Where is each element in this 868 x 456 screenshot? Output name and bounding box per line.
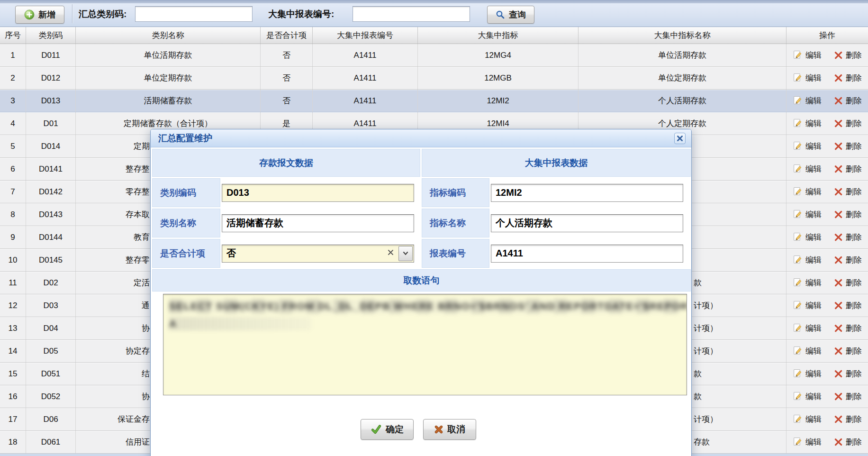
column-header-report-no[interactable]: 大集中报表编号: [313, 27, 418, 44]
edit-button[interactable]: 编辑: [793, 323, 822, 334]
column-header-indicator-name[interactable]: 大集中指标名称: [579, 27, 787, 44]
column-header-code[interactable]: 类别码: [26, 27, 76, 44]
cell-actions: 编辑 删除: [787, 385, 868, 408]
cell-is-total: 否: [261, 44, 313, 66]
edit-button[interactable]: 编辑: [793, 209, 822, 220]
column-header-no[interactable]: 序号: [0, 27, 26, 44]
delete-button[interactable]: 删除: [834, 50, 862, 61]
dialog-titlebar[interactable]: 汇总配置维护: [151, 129, 691, 147]
edit-button[interactable]: 编辑: [793, 50, 822, 61]
delete-button[interactable]: 删除: [834, 232, 862, 243]
cell-code: D051: [26, 363, 76, 385]
report-no-dialog-input[interactable]: [491, 245, 683, 263]
edit-button[interactable]: 编辑: [793, 414, 822, 425]
edit-button[interactable]: 编辑: [793, 391, 822, 402]
cell-no: 13: [0, 317, 26, 339]
report-no-dialog-label: 报表编号: [422, 239, 489, 268]
edit-button[interactable]: 编辑: [793, 437, 822, 447]
column-header-is-total[interactable]: 是否合计项: [261, 27, 313, 44]
dropdown-button[interactable]: [398, 246, 413, 261]
close-button[interactable]: [674, 133, 686, 144]
search-button[interactable]: 查询: [487, 6, 534, 24]
edit-button[interactable]: 编辑: [793, 346, 822, 356]
delete-label: 删除: [846, 323, 862, 334]
sql-textarea[interactable]: SELECT SUM(CKYE) FROM DL_DL_DEPB WHERE B…: [163, 294, 687, 395]
report-no-field-cell: [491, 239, 691, 268]
indicator-name-label: 指标名称: [422, 209, 489, 237]
edit-button[interactable]: 编辑: [793, 141, 822, 152]
cell-no: 6: [0, 158, 26, 180]
delete-button[interactable]: 删除: [834, 277, 862, 288]
delete-button[interactable]: 删除: [834, 368, 862, 379]
edit-button[interactable]: 编辑: [793, 186, 822, 197]
category-code-field-cell: [222, 178, 420, 207]
is-total-field-cell: 否: [222, 239, 420, 268]
category-name-input[interactable]: [222, 214, 414, 232]
cell-actions: 编辑 删除: [787, 272, 868, 294]
delete-button[interactable]: 删除: [834, 95, 862, 106]
delete-x-icon: [834, 210, 843, 219]
edit-button[interactable]: 编辑: [793, 232, 822, 243]
chevron-down-icon: [403, 251, 408, 255]
cancel-button-label: 取消: [447, 423, 465, 436]
cell-code: D052: [26, 385, 76, 408]
delete-button[interactable]: 删除: [834, 346, 862, 356]
delete-x-icon: [834, 369, 843, 378]
cell-actions: 编辑 删除: [787, 181, 868, 203]
column-header-name[interactable]: 类别名称: [76, 27, 261, 44]
edit-button[interactable]: 编辑: [793, 255, 822, 265]
delete-button[interactable]: 删除: [834, 73, 862, 83]
cell-code: D06: [26, 408, 76, 430]
cell-code: D011: [26, 44, 76, 66]
category-code-input[interactable]: [222, 184, 414, 202]
delete-x-icon: [834, 324, 843, 333]
delete-button[interactable]: 删除: [834, 186, 862, 197]
delete-button[interactable]: 删除: [834, 437, 862, 447]
search-button-label: 查询: [509, 9, 526, 20]
delete-button[interactable]: 删除: [834, 323, 862, 334]
edit-button[interactable]: 编辑: [793, 277, 822, 288]
edit-button[interactable]: 编辑: [793, 118, 822, 129]
cancel-button[interactable]: 取消: [423, 419, 476, 440]
indicator-name-input[interactable]: [491, 214, 683, 232]
delete-button[interactable]: 删除: [834, 141, 862, 152]
edit-label: 编辑: [805, 277, 822, 288]
edit-button[interactable]: 编辑: [793, 368, 822, 379]
is-total-combo[interactable]: 否: [222, 245, 414, 263]
delete-x-icon: [834, 119, 843, 128]
edit-pencil-icon: [793, 414, 803, 424]
indicator-code-input[interactable]: [491, 184, 683, 202]
table-row[interactable]: 2 D012 单位定期存款 否 A1411 12MGB 单位定期存款 编辑: [0, 67, 868, 90]
delete-button[interactable]: 删除: [834, 209, 862, 220]
column-header-indicator[interactable]: 大集中指标: [418, 27, 579, 44]
indicator-code-label: 指标编码: [422, 178, 489, 207]
delete-button[interactable]: 删除: [834, 118, 862, 129]
table-row[interactable]: 3 D013 活期储蓄存款 否 A1411 12MI2 个人活期存款 编辑: [0, 90, 868, 112]
edit-button[interactable]: 编辑: [793, 164, 822, 174]
edit-label: 编辑: [805, 255, 822, 265]
delete-button[interactable]: 删除: [834, 414, 862, 425]
edit-button[interactable]: 编辑: [793, 95, 822, 106]
summary-code-input[interactable]: [135, 6, 253, 22]
cell-actions: 编辑 删除: [787, 431, 868, 453]
delete-button[interactable]: 删除: [834, 164, 862, 174]
edit-button[interactable]: 编辑: [793, 300, 822, 311]
cell-is-total: 否: [261, 90, 313, 112]
delete-button[interactable]: 删除: [834, 255, 862, 265]
cell-actions: 编辑 删除: [787, 67, 868, 89]
delete-button[interactable]: 删除: [834, 391, 862, 402]
section-header-deposit: 存款报文数据: [152, 149, 420, 177]
report-no-input[interactable]: [353, 6, 470, 22]
column-header-actions[interactable]: 操作: [787, 27, 868, 44]
delete-button[interactable]: 删除: [834, 300, 862, 311]
edit-button[interactable]: 编辑: [793, 73, 822, 83]
cell-report-no: A1411: [313, 44, 418, 66]
clear-icon[interactable]: [388, 249, 394, 255]
cell-actions: 编辑 删除: [787, 90, 868, 112]
sql-blurred-text: SELECT SUM(CKYE) FROM DL_DL_DEPB WHERE B…: [169, 299, 681, 330]
cell-code: D04: [26, 317, 76, 339]
table-row[interactable]: 1 D011 单位活期存款 否 A1411 12MG4 单位活期存款 编辑: [0, 44, 868, 67]
toolbar: 新增 汇总类别码: 大集中报表编号: 查询: [0, 0, 868, 27]
ok-button[interactable]: 确定: [361, 419, 414, 440]
add-button[interactable]: 新增: [15, 6, 64, 24]
